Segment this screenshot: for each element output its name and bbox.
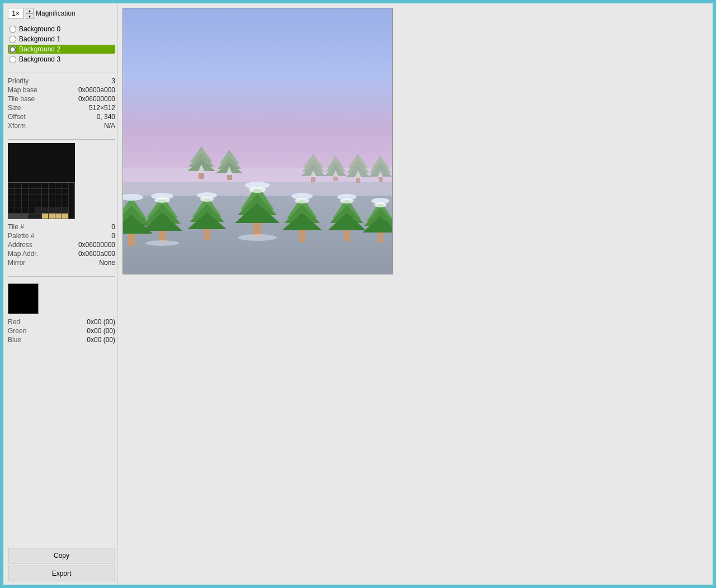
background-3-item[interactable]: Background 3 [8,55,115,64]
tile-info-table: Tile # 0 Palette # 0 Address 0x06000000 … [8,222,115,267]
xform-label: Xform [8,121,58,130]
svg-rect-0 [8,143,75,182]
color-info-section: Red 0x00 (00) Green 0x00 (00) Blue 0x00 … [8,317,115,348]
palette-label: Palette # [8,231,58,240]
mirror-label: Mirror [8,258,58,267]
svg-rect-69 [374,202,387,207]
offset-value: 0, 340 [58,112,115,121]
scene [123,8,393,274]
blue-value: 0x00 (00) [53,335,115,344]
size-value: 512×512 [58,103,115,112]
mag-down-button[interactable]: ▼ [26,13,34,19]
divider-2 [8,139,115,140]
mapbase-value: 0x0600e000 [58,86,115,94]
background-0-label: Background 0 [19,25,60,33]
red-row: Red 0x00 (00) [8,317,115,326]
green-row: Green 0x00 (00) [8,326,115,335]
mapbase-row: Map base 0x0600e000 [8,86,115,94]
svg-rect-45 [200,197,214,202]
mapbase-label: Map base [8,86,58,94]
magnification-input[interactable]: 1× [8,8,23,19]
offset-label: Offset [8,112,58,121]
magnification-row: 1× ▲ ▼ Magnification [8,8,115,19]
address-value: 0x06000000 [58,240,115,249]
tile-num-value: 0 [58,222,115,231]
bottom-buttons: Copy Export [8,548,115,581]
main-content [118,3,713,585]
svg-rect-57 [295,198,309,203]
background-3-label: Background 3 [19,55,60,63]
tile-grid[interactable] [8,182,75,219]
mirror-value: None [58,258,115,267]
svg-rect-39 [154,197,170,203]
scene-svg [123,8,393,274]
background-1-radio[interactable] [9,36,16,43]
xform-value: N/A [58,121,115,130]
svg-point-75 [145,240,179,246]
mapaddr-label: Map Addr. [8,249,58,258]
background-3-radio[interactable] [9,56,16,63]
divider-3 [8,276,115,277]
svg-rect-1 [123,8,393,182]
svg-point-76 [238,234,277,241]
address-label: Address [8,240,58,249]
background-0-radio[interactable] [9,26,16,33]
red-label: Red [8,317,53,326]
export-button[interactable]: Export [8,566,115,581]
properties-table: Priority 3 Map base 0x0600e000 Tile base… [8,77,115,130]
mapaddr-row: Map Addr. 0x0600a000 [8,249,115,258]
sidebar: 1× ▲ ▼ Magnification Background 0 Backgr… [3,3,118,585]
green-value: 0x00 (00) [53,326,115,335]
background-1-item[interactable]: Background 1 [8,35,115,44]
tile-grid-container[interactable] [8,143,115,219]
background-2-label: Background 2 [19,45,60,53]
priority-label: Priority [8,77,58,86]
green-label: Green [8,326,53,335]
palette-row: Palette # 0 [8,231,115,240]
divider-1 [8,73,115,73]
offset-row: Offset 0, 340 [8,112,115,121]
background-2-item[interactable]: Background 2 [8,45,115,54]
tile-grid-preview [8,143,75,182]
mag-up-button[interactable]: ▲ [26,8,34,13]
background-2-radio[interactable] [9,46,16,53]
copy-button[interactable]: Copy [8,548,115,563]
magnification-label: Magnification [36,10,76,17]
tilebase-row: Tile base 0x06000000 [8,94,115,103]
address-row: Address 0x06000000 [8,240,115,249]
background-0-item[interactable]: Background 0 [8,25,115,34]
magnification-spinner: ▲ ▼ [26,8,34,19]
properties-section: Priority 3 Map base 0x0600e000 Tile base… [8,77,115,134]
svg-rect-51 [249,187,266,193]
mapaddr-value: 0x0600a000 [58,249,115,258]
xform-row: Xform N/A [8,121,115,130]
size-label: Size [8,103,58,112]
background-radio-group: Background 0 Background 1 Background 2 B… [8,25,115,64]
priority-row: Priority 3 [8,77,115,86]
tile-num-label: Tile # [8,222,58,231]
color-preview [8,283,39,314]
background-1-label: Background 1 [19,35,60,43]
red-value: 0x00 (00) [53,317,115,326]
mirror-row: Mirror None [8,258,115,267]
canvas-area[interactable] [123,8,393,274]
tilebase-value: 0x06000000 [58,94,115,103]
tile-num-row: Tile # 0 [8,222,115,231]
color-info-table: Red 0x00 (00) Green 0x00 (00) Blue 0x00 … [8,317,115,344]
svg-rect-63 [340,198,354,203]
blue-row: Blue 0x00 (00) [8,335,115,344]
tilebase-label: Tile base [8,94,58,103]
tile-info-section: Tile # 0 Palette # 0 Address 0x06000000 … [8,222,115,271]
priority-value: 3 [58,77,115,86]
size-row: Size 512×512 [8,103,115,112]
blue-label: Blue [8,335,53,344]
palette-value: 0 [58,231,115,240]
